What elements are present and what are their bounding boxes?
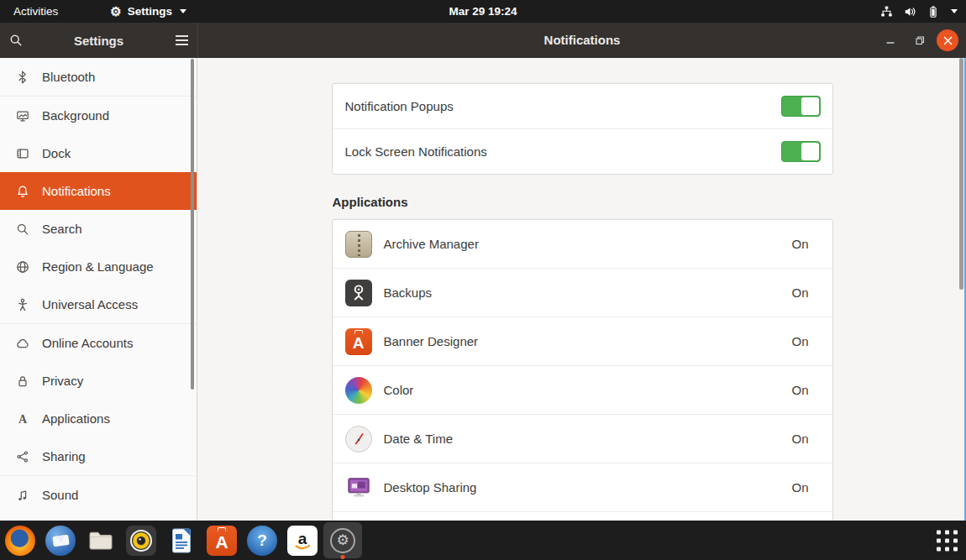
titlebar: Settings Notifications: [0, 23, 966, 58]
lock-icon: [16, 374, 29, 388]
settings-gear-icon: ⚙: [323, 522, 362, 558]
sidebar-title: Settings: [0, 34, 197, 48]
clock[interactable]: Mar 29 19:24: [449, 5, 517, 18]
network-icon: [879, 5, 894, 18]
application-status: On: [791, 432, 808, 446]
magnifier-icon: [16, 222, 29, 236]
window-header: Notifications: [198, 23, 966, 58]
toggle-knob: [801, 97, 819, 115]
sidebar-scrollbar[interactable]: [191, 59, 194, 390]
dock-item-thunderbird[interactable]: [40, 521, 81, 560]
toggle-knob: [801, 143, 819, 160]
dock-item-rhythmbox[interactable]: [121, 521, 161, 560]
dock-item-settings-gear[interactable]: ⚙: [323, 521, 363, 560]
minimize-button[interactable]: [885, 23, 895, 58]
sidebar-item-sound[interactable]: Sound: [0, 476, 197, 514]
clock-icon: [345, 426, 372, 453]
top-bar: Activities ⚙ Settings Mar 29 19:24: [0, 0, 966, 23]
application-status: On: [791, 237, 808, 251]
minimize-icon: [885, 35, 895, 45]
hamburger-icon: [176, 35, 188, 37]
sidebar-item-dock[interactable]: Dock: [0, 134, 197, 172]
application-name: Backups: [384, 285, 792, 300]
sidebar-item-label: Online Accounts: [42, 336, 133, 350]
sidebar-item-notifications[interactable]: Notifications: [0, 172, 197, 210]
backups-icon: [345, 280, 372, 306]
window-title: Notifications: [198, 23, 966, 58]
chevron-down-icon: [180, 9, 186, 13]
toggle-notification-popups[interactable]: [781, 96, 821, 117]
application-name: Banner Designer: [384, 334, 792, 348]
sidebar-item-label: Background: [42, 108, 109, 123]
sidebar-item-privacy[interactable]: Privacy: [0, 362, 197, 400]
sidebar-item-background[interactable]: Background: [0, 97, 197, 134]
sidebar-item-search[interactable]: Search: [0, 210, 197, 248]
archive-manager-icon: [345, 231, 372, 258]
content-scrollbar[interactable]: [959, 58, 963, 290]
dock-icon: [16, 147, 29, 160]
sidebar-item-label: Sharing: [42, 449, 86, 463]
music-note-icon: [16, 489, 29, 502]
close-icon: [943, 36, 953, 45]
application-row-desktop-sharing[interactable]: Desktop SharingOn: [333, 463, 832, 511]
application-row-backups[interactable]: BackupsOn: [333, 268, 832, 317]
application-row-banner-designer[interactable]: ABanner DesignerOn: [333, 317, 832, 365]
system-status-area[interactable]: [879, 0, 958, 23]
application-status: On: [791, 383, 808, 397]
dock-item-files[interactable]: [81, 521, 121, 560]
sidebar-item-region-language[interactable]: Region & Language: [0, 248, 197, 285]
setting-label: Notification Popups: [345, 99, 454, 113]
dock-item-firefox[interactable]: [0, 521, 40, 560]
svg-text:A: A: [18, 413, 28, 426]
toggle-lock-screen-notifications[interactable]: [781, 141, 821, 162]
volume-icon: [903, 5, 917, 18]
libreoffice-writer-icon: [166, 526, 197, 556]
applications-section-heading: Applications: [333, 195, 832, 209]
help-icon: ?: [247, 526, 277, 556]
dock-item-libreoffice-writer[interactable]: [161, 521, 202, 560]
application-status: On: [791, 334, 808, 348]
application-row-archive-manager[interactable]: Archive ManagerOn: [333, 220, 832, 268]
application-status: On: [791, 285, 808, 300]
application-row-date-time[interactable]: Date & TimeOn: [333, 414, 832, 463]
hamburger-menu-button[interactable]: [172, 31, 191, 50]
sidebar-item-label: Region & Language: [42, 259, 154, 274]
restore-icon: [914, 34, 926, 46]
dock-item-ubuntu-software[interactable]: A: [202, 521, 242, 560]
activities-button[interactable]: Activities: [8, 5, 63, 18]
close-button[interactable]: [937, 29, 958, 51]
background-icon: [16, 109, 29, 123]
banner-designer-icon: A: [345, 328, 372, 355]
color-wheel-icon: [345, 377, 372, 404]
running-indicator: [341, 555, 345, 559]
rhythmbox-icon: [126, 526, 156, 556]
sidebar-item-online-accounts[interactable]: Online Accounts: [0, 324, 197, 362]
sidebar-item-bluetooth[interactable]: Bluetooth: [0, 58, 197, 96]
setting-label: Lock Screen Notifications: [345, 144, 487, 159]
application-row-color[interactable]: ColorOn: [333, 365, 832, 414]
files-icon: [86, 526, 116, 556]
app-menu-label: Settings: [128, 5, 172, 18]
application-name: Date & Time: [384, 432, 792, 446]
settings-sidebar: BluetoothBackgroundDockNotificationsSear…: [0, 58, 197, 521]
restore-button[interactable]: [914, 23, 926, 58]
bluetooth-icon: [16, 71, 29, 84]
show-applications-icon[interactable]: [937, 530, 958, 551]
sidebar-item-label: Privacy: [42, 374, 83, 388]
sidebar-item-applications[interactable]: AApplications: [0, 400, 197, 437]
dock-item-amazon[interactable]: a: [282, 521, 323, 560]
bell-icon: [16, 185, 29, 198]
accessibility-icon: [16, 298, 29, 311]
sidebar-item-label: Search: [42, 222, 82, 236]
setting-row-lock-screen-notifications: Lock Screen Notifications: [333, 128, 832, 174]
share-icon: [16, 450, 29, 463]
sidebar-item-universal-access[interactable]: Universal Access: [0, 285, 197, 323]
amazon-icon: a: [287, 526, 318, 556]
chevron-down-icon: [951, 9, 958, 13]
sidebar-item-label: Notifications: [42, 184, 111, 198]
application-name: Desktop Sharing: [384, 480, 792, 495]
sidebar-item-sharing[interactable]: Sharing: [0, 437, 197, 475]
app-menu-button[interactable]: ⚙ Settings: [110, 5, 186, 18]
dock-item-help[interactable]: ?: [242, 521, 282, 560]
sidebar-item-label: Universal Access: [42, 297, 138, 311]
